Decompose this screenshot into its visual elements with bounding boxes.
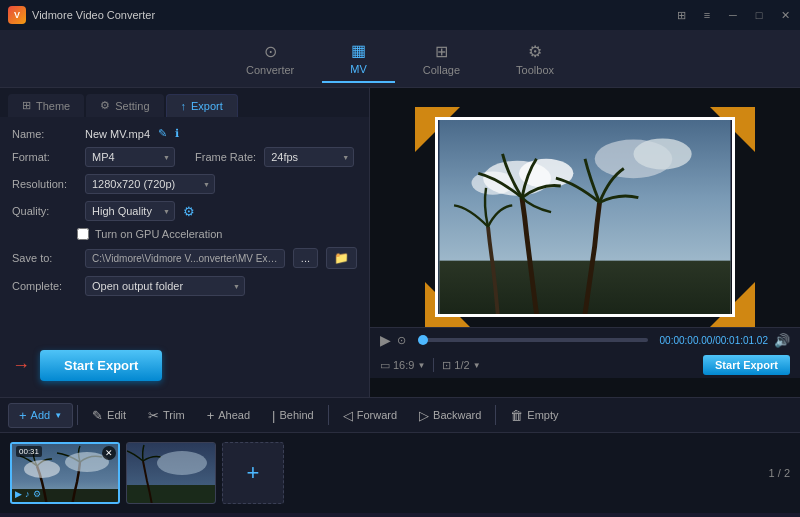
trim-icon: ✂ <box>148 408 159 423</box>
start-export-main-button[interactable]: Start Export <box>40 350 162 381</box>
nav-mv-label: MV <box>350 63 367 75</box>
empty-label: Empty <box>527 409 558 421</box>
quality-select-playback[interactable]: ⊡ 1/2 ▼ <box>442 359 480 372</box>
tab-export[interactable]: ↑ Export <box>166 94 238 117</box>
tab-theme-label: Theme <box>36 100 70 112</box>
title-bar-controls: ⊞ ≡ ─ □ ✕ <box>674 9 792 22</box>
mv-icon: ▦ <box>351 41 366 60</box>
add-button[interactable]: + Add ▼ <box>8 403 73 428</box>
ratio-icon: ▭ <box>380 359 390 372</box>
quality-gear-icon[interactable]: ⚙ <box>183 204 195 219</box>
time-display: 00:00:00.00/00:01:01.02 <box>660 335 768 346</box>
settings-icon[interactable]: ⊞ <box>674 9 688 22</box>
add-icon: + <box>19 408 27 423</box>
svg-point-2 <box>519 159 573 188</box>
volume-icon[interactable]: 🔊 <box>774 333 790 348</box>
nav-converter-label: Converter <box>246 64 294 76</box>
right-panel: ▶ ⊙ 00:00:00.00/00:01:01.02 🔊 ▭ 16:9 ▼ ⊡… <box>370 88 800 397</box>
menu-icon[interactable]: ≡ <box>700 9 714 21</box>
svg-rect-12 <box>127 485 216 504</box>
saveto-label: Save to: <box>12 252 77 264</box>
app-icon: V <box>8 6 26 24</box>
export-icon: ↑ <box>181 100 187 112</box>
left-panel: ⊞ Theme ⚙ Setting ↑ Export Name: New MV.… <box>0 88 370 397</box>
app-title: Vidmore Video Converter <box>32 9 155 21</box>
resolution-row: Resolution: 1280x720 (720p) <box>12 174 357 194</box>
saveto-row: Save to: C:\Vidmore\Vidmore V...onverter… <box>12 247 357 269</box>
preview-svg <box>438 120 732 314</box>
backward-button[interactable]: ▷ Backward <box>409 404 491 427</box>
add-clip-button[interactable]: + <box>222 442 284 504</box>
main-layout: ⊞ Theme ⚙ Setting ↑ Export Name: New MV.… <box>0 88 800 397</box>
preview-container <box>415 107 755 327</box>
preview-image <box>435 117 735 317</box>
complete-select-wrapper: Open output folder <box>85 276 245 296</box>
add-label: Add <box>31 409 51 421</box>
nav-collage[interactable]: ⊞ Collage <box>395 36 488 82</box>
maximize-button[interactable]: □ <box>752 9 766 21</box>
framerate-select[interactable]: 24fps <box>264 147 354 167</box>
gpu-checkbox[interactable] <box>77 228 89 240</box>
thumb-bottom-icons-1: ▶ ♪ ⚙ <box>15 489 41 499</box>
close-button[interactable]: ✕ <box>778 9 792 22</box>
page-count: 1 / 2 <box>769 467 790 479</box>
setting-icon: ⚙ <box>100 99 110 112</box>
play-button[interactable]: ▶ <box>380 332 391 348</box>
sub-tabs: ⊞ Theme ⚙ Setting ↑ Export <box>0 88 369 117</box>
edit-name-icon[interactable]: ✎ <box>158 127 167 140</box>
complete-row: Complete: Open output folder <box>12 276 357 296</box>
complete-select[interactable]: Open output folder <box>85 276 245 296</box>
complete-label: Complete: <box>12 280 77 292</box>
behind-button[interactable]: | Behind <box>262 404 324 427</box>
minimize-button[interactable]: ─ <box>726 9 740 21</box>
thumb-close-1[interactable]: ✕ <box>102 446 116 460</box>
thumb-play-icon: ▶ <box>15 489 22 499</box>
save-path: C:\Vidmore\Vidmore V...onverter\MV Expor… <box>85 249 285 268</box>
forward-label: Forward <box>357 409 397 421</box>
quality-label: Quality: <box>12 205 77 217</box>
converter-icon: ⊙ <box>264 42 277 61</box>
timeline-thumb-1[interactable]: ✕ 00:31 ▶ ♪ ⚙ <box>10 442 120 504</box>
open-folder-button[interactable]: 📁 <box>326 247 357 269</box>
toolbox-icon: ⚙ <box>528 42 542 61</box>
forward-button[interactable]: ◁ Forward <box>333 404 407 427</box>
playback-controls: ▶ ⊙ 00:00:00.00/00:01:01.02 🔊 <box>370 327 800 352</box>
ratio-select[interactable]: ▭ 16:9 ▼ <box>380 359 425 372</box>
resolution-select[interactable]: 1280x720 (720p) <box>85 174 215 194</box>
tab-theme[interactable]: ⊞ Theme <box>8 94 84 117</box>
tab-setting[interactable]: ⚙ Setting <box>86 94 163 117</box>
ahead-button[interactable]: + Ahead <box>197 404 260 427</box>
svg-point-9 <box>24 460 60 478</box>
ratio-arrow: ▼ <box>417 361 425 370</box>
ratio-value: 16:9 <box>393 359 414 371</box>
framerate-label: Frame Rate: <box>195 151 256 163</box>
divider <box>433 358 434 372</box>
browse-dots-button[interactable]: ... <box>293 248 318 268</box>
nav-toolbox[interactable]: ⚙ Toolbox <box>488 36 582 82</box>
resolution-label: Resolution: <box>12 178 77 190</box>
start-export-small-button[interactable]: Start Export <box>703 355 790 375</box>
timeline-item-1: ✕ 00:31 ▶ ♪ ⚙ <box>10 442 120 504</box>
framerate-select-wrapper: 24fps <box>264 147 354 167</box>
backward-icon: ▷ <box>419 408 429 423</box>
resolution-select-wrapper: 1280x720 (720p) <box>85 174 215 194</box>
quality-select[interactable]: High Quality <box>85 201 175 221</box>
nav-converter[interactable]: ⊙ Converter <box>218 36 322 82</box>
timeline-thumb-2[interactable] <box>126 442 216 504</box>
backward-label: Backward <box>433 409 481 421</box>
stop-button[interactable]: ⊙ <box>397 334 406 347</box>
nav-toolbox-label: Toolbox <box>516 64 554 76</box>
edit-button[interactable]: ✎ Edit <box>82 404 136 427</box>
name-row: Name: New MV.mp4 ✎ ℹ <box>12 127 357 140</box>
empty-button[interactable]: 🗑 Empty <box>500 404 568 427</box>
export-btn-area: → Start Export <box>0 334 369 397</box>
progress-bar[interactable] <box>418 338 648 342</box>
format-select[interactable]: MP4 <box>85 147 175 167</box>
info-icon[interactable]: ℹ <box>175 127 179 140</box>
svg-point-3 <box>472 171 515 194</box>
trim-button[interactable]: ✂ Trim <box>138 404 195 427</box>
empty-icon: 🗑 <box>510 408 523 423</box>
nav-mv[interactable]: ▦ MV <box>322 35 395 83</box>
behind-icon: | <box>272 408 275 423</box>
quality-row: Quality: High Quality ⚙ <box>12 201 357 221</box>
